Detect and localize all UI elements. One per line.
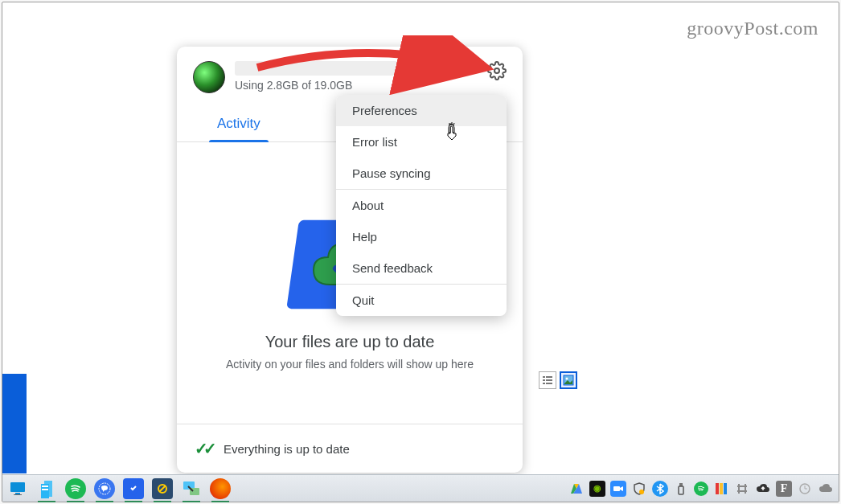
tray-security-icon[interactable]: [631, 481, 647, 497]
tray-usb-icon[interactable]: [673, 481, 689, 497]
menu-pause-syncing-label: Pause syncing: [352, 166, 431, 180]
svg-rect-4: [546, 379, 552, 381]
menu-pause-syncing[interactable]: Pause syncing: [336, 158, 507, 189]
menu-preferences[interactable]: Preferences: [336, 95, 507, 126]
menu-error-list[interactable]: Error list: [336, 126, 507, 158]
taskbar-signal-icon[interactable]: [94, 478, 115, 499]
tray-f-icon[interactable]: F: [776, 481, 792, 497]
status-bar: ✓✓ Everything is up to date: [177, 424, 523, 473]
header-text: Using 2.8GB of 19.0GB: [235, 61, 487, 92]
status-subtitle: Activity on your files and folders will …: [226, 358, 474, 371]
settings-dropdown: Preferences Error list Pause syncing Abo…: [336, 95, 507, 316]
taskbar-snagit-icon[interactable]: [152, 478, 173, 499]
svg-rect-3: [543, 379, 545, 381]
svg-point-8: [566, 378, 568, 380]
menu-preferences-label: Preferences: [352, 104, 417, 117]
menu-help[interactable]: Help: [336, 221, 507, 252]
storage-usage: Using 2.8GB of 19.0GB: [235, 79, 487, 92]
taskbar-server-icon[interactable]: [36, 478, 57, 499]
svg-rect-22: [613, 486, 620, 491]
svg-rect-28: [724, 483, 727, 494]
tray-circle-icon[interactable]: [797, 481, 813, 497]
background-blue-strip: [2, 374, 27, 473]
svg-point-0: [494, 68, 499, 73]
taskbar-desktop-icon[interactable]: [7, 478, 28, 499]
svg-rect-9: [10, 482, 25, 492]
view-toggle: [539, 371, 577, 389]
menu-quit[interactable]: Quit: [336, 285, 507, 316]
svg-rect-6: [546, 383, 552, 384]
popup-header: Using 2.8GB of 19.0GB: [177, 47, 523, 98]
tray-drive-icon[interactable]: [568, 481, 585, 497]
taskbar-left: [7, 478, 231, 499]
avatar[interactable]: [193, 61, 225, 93]
tab-activity[interactable]: Activity: [209, 106, 269, 141]
list-view-icon[interactable]: [539, 371, 556, 389]
svg-rect-5: [543, 383, 545, 384]
tray-slack-icon[interactable]: [734, 481, 750, 497]
svg-rect-2: [546, 376, 552, 378]
taskbar-firefox-icon[interactable]: [210, 478, 231, 499]
tray-cloud-up-icon[interactable]: [755, 481, 771, 497]
tray-spotify-icon[interactable]: [694, 481, 708, 496]
svg-rect-11: [14, 494, 22, 495]
menu-about-label: About: [352, 199, 384, 212]
tab-activity-label: Activity: [217, 116, 261, 131]
svg-rect-14: [42, 486, 48, 487]
status-bar-text: Everything is up to date: [224, 442, 350, 456]
tray-zoom-icon[interactable]: [610, 481, 626, 497]
menu-about[interactable]: About: [336, 190, 507, 221]
gear-icon[interactable]: [487, 61, 507, 80]
status-title: Your files are up to date: [265, 333, 435, 351]
thumbnail-view-icon[interactable]: [560, 371, 577, 389]
taskbar-tray: ◉ F: [568, 481, 834, 497]
taskbar: ◉ F: [2, 474, 839, 502]
svg-rect-25: [679, 486, 683, 494]
watermark-text: groovyPost.com: [687, 18, 818, 39]
tray-color-icon[interactable]: [713, 481, 729, 497]
taskbar-remote-icon[interactable]: [181, 478, 202, 499]
taskbar-shield-icon[interactable]: [123, 478, 144, 499]
tray-nvidia-icon[interactable]: ◉: [589, 481, 605, 497]
menu-send-feedback[interactable]: Send feedback: [336, 252, 507, 284]
tray-cloud-icon[interactable]: [818, 481, 834, 497]
menu-send-feedback-label: Send feedback: [352, 261, 433, 275]
svg-rect-15: [42, 489, 48, 490]
menu-help-label: Help: [352, 230, 377, 244]
svg-rect-1: [543, 376, 545, 378]
svg-rect-10: [15, 493, 20, 494]
svg-point-23: [639, 490, 644, 494]
svg-rect-27: [720, 483, 723, 494]
double-check-icon: ✓✓: [195, 439, 212, 458]
tray-bluetooth-icon[interactable]: [652, 481, 668, 497]
menu-quit-label: Quit: [352, 293, 375, 307]
account-name-redacted: [235, 61, 444, 76]
taskbar-spotify-icon[interactable]: [65, 478, 86, 499]
svg-rect-26: [716, 483, 719, 494]
menu-error-list-label: Error list: [352, 135, 397, 149]
